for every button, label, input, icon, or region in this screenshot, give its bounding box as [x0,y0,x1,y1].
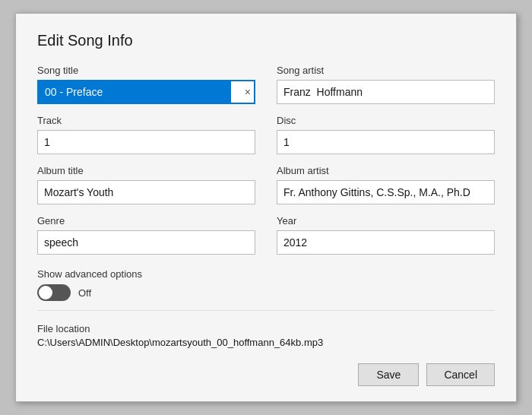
genre-label: Genre [37,215,255,227]
advanced-options-label: Show advanced options [37,268,495,280]
song-title-input-wrapper: × [37,80,255,104]
album-artist-input[interactable] [277,180,495,204]
cancel-button[interactable]: Cancel [426,363,495,386]
disc-label: Disc [277,115,495,126]
track-input-wrapper [37,130,255,154]
song-title-label: Song title [37,65,255,76]
edit-song-dialog: Edit Song Info Song title × Song artist … [15,13,517,402]
advanced-options-section: Show advanced options Off [37,268,495,301]
album-title-input[interactable] [37,180,255,204]
song-title-group: Song title × [37,65,255,104]
song-title-input[interactable] [37,80,255,104]
advanced-options-toggle[interactable] [37,284,71,301]
genre-input-wrapper [37,230,255,255]
song-artist-group: Song artist [277,65,495,104]
section-divider [37,310,495,311]
year-input[interactable] [277,230,495,255]
disc-input-wrapper [277,130,495,154]
disc-input[interactable] [277,130,495,154]
album-title-input-wrapper [37,180,255,204]
album-title-group: Album title [37,165,255,204]
file-path-value: C:\Users\ADMIN\Desktop\mozartsyouth_00_h… [37,337,495,348]
song-artist-input[interactable] [277,80,495,104]
album-title-label: Album title [37,165,255,176]
genre-input[interactable] [37,230,255,255]
song-title-clear-button[interactable]: × [245,87,251,97]
year-label: Year [277,215,495,227]
toggle-state-label: Off [78,287,91,299]
song-artist-label: Song artist [277,65,495,76]
track-group: Track [37,115,255,154]
file-location-section: File location C:\Users\ADMIN\Desktop\moz… [37,323,495,348]
year-input-wrapper [277,230,495,255]
track-label: Track [37,115,255,126]
toggle-row: Off [37,284,495,301]
album-artist-label: Album artist [277,165,495,176]
dialog-title: Edit Song Info [37,32,495,49]
toggle-knob [39,286,52,299]
track-input[interactable] [37,130,255,154]
album-artist-group: Album artist [277,165,495,204]
file-location-label: File location [37,323,495,334]
album-artist-input-wrapper [277,180,495,204]
song-artist-input-wrapper [277,80,495,104]
dialog-footer: Save Cancel [37,363,495,386]
disc-group: Disc [277,115,495,154]
year-group: Year [277,215,495,255]
form-grid: Song title × Song artist Track Disc [37,65,495,265]
save-button[interactable]: Save [358,363,419,386]
genre-group: Genre [37,215,255,255]
